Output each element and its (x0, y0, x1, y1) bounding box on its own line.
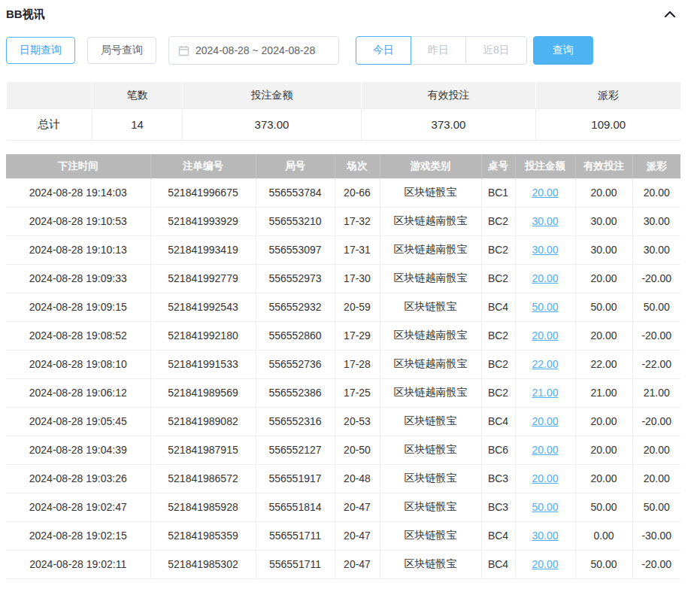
cell-table_no: BC3 (481, 464, 515, 493)
cell-game: 区块链骰宝 (380, 550, 481, 578)
cell-payout: -20.00 (632, 550, 680, 578)
table-row: 2024-08-28 19:09:33521841992779556552973… (6, 264, 680, 293)
cell-payout: -20.00 (632, 321, 680, 350)
cell-valid: 0.00 (575, 521, 632, 550)
cell-session: 17-29 (335, 321, 380, 350)
bet-amount-link[interactable]: 22.00 (532, 358, 558, 370)
cell-order_no: 521841993419 (150, 235, 256, 264)
collapse-button[interactable] (659, 5, 680, 24)
bet-amount-link[interactable]: 30.00 (532, 215, 558, 227)
table-row: 2024-08-28 19:03:26521841986572556551917… (6, 464, 680, 493)
table-row: 2024-08-28 19:02:15521841985359556551711… (6, 521, 680, 550)
cell-order_no: 521841985928 (150, 493, 256, 521)
cell-session: 20-48 (335, 464, 380, 493)
cell-table_no: BC6 (481, 436, 515, 464)
cell-bet: 50.00 (515, 493, 575, 521)
cell-game: 区块链骰宝 (380, 178, 481, 207)
cell-valid: 20.00 (575, 178, 632, 207)
filter-bar: 日期查询 局号查询 2024-08-28 ~ 2024-08-28 今日 昨日 … (6, 36, 680, 65)
bet-amount-link[interactable]: 20.00 (532, 472, 558, 484)
date-range-value: 2024-08-28 ~ 2024-08-28 (195, 44, 315, 56)
cell-round_no: 556553210 (256, 207, 335, 235)
cell-valid: 20.00 (575, 264, 632, 293)
cell-game: 区块链越南骰宝 (380, 321, 481, 350)
date-range-input[interactable]: 2024-08-28 ~ 2024-08-28 (168, 36, 339, 65)
quick-today-button[interactable]: 今日 (356, 36, 411, 65)
bet-amount-link[interactable]: 20.00 (532, 329, 558, 342)
bet-amount-link[interactable]: 20.00 (532, 558, 558, 570)
cell-game: 区块链骰宝 (380, 436, 481, 464)
cell-session: 20-59 (335, 293, 380, 321)
chevron-up-icon (664, 8, 676, 21)
cell-bet: 20.00 (515, 464, 575, 493)
cell-round_no: 556552127 (256, 436, 335, 464)
cell-time: 2024-08-28 19:02:15 (6, 521, 150, 550)
cell-bet: 30.00 (515, 207, 575, 235)
cell-payout: -20.00 (632, 264, 680, 293)
cell-round_no: 556551814 (256, 493, 335, 521)
bet-amount-link[interactable]: 50.00 (532, 501, 558, 513)
quick-yesterday-button[interactable]: 昨日 (411, 36, 466, 65)
cell-game: 区块链骰宝 (380, 293, 481, 321)
cell-game: 区块链越南骰宝 (380, 350, 481, 378)
bet-amount-link[interactable]: 20.00 (532, 272, 558, 284)
bet-amount-link[interactable]: 30.00 (532, 244, 558, 256)
cell-game: 区块链越南骰宝 (380, 207, 481, 235)
cell-time: 2024-08-28 19:04:39 (6, 436, 150, 464)
cell-bet: 20.00 (515, 407, 575, 436)
cell-session: 20-50 (335, 436, 380, 464)
cell-valid: 30.00 (575, 207, 632, 235)
round-query-button[interactable]: 局号查询 (87, 37, 156, 64)
cell-round_no: 556551711 (256, 521, 335, 550)
summary-col-header-2: 投注金额 (183, 82, 362, 109)
cell-table_no: BC2 (481, 378, 515, 407)
cell-round_no: 556552386 (256, 378, 335, 407)
cell-session: 17-25 (335, 378, 380, 407)
bet-amount-link[interactable]: 21.00 (532, 387, 558, 399)
cell-table_no: BC2 (481, 264, 515, 293)
cell-bet: 20.00 (515, 550, 575, 578)
cell-table_no: BC3 (481, 493, 515, 521)
cell-game: 区块链骰宝 (380, 521, 481, 550)
cell-bet: 20.00 (515, 178, 575, 207)
bet-amount-link[interactable]: 20.00 (532, 187, 558, 199)
bet-amount-link[interactable]: 50.00 (532, 301, 558, 313)
summary-header-row: 笔数投注金额有效投注派彩 (7, 82, 681, 109)
bet-amount-link[interactable]: 20.00 (532, 444, 558, 456)
bet-amount-link[interactable]: 30.00 (532, 530, 558, 542)
date-query-button[interactable]: 日期查询 (6, 37, 75, 64)
cell-bet: 30.00 (515, 521, 575, 550)
table-row: 2024-08-28 19:09:15521841992543556552932… (6, 293, 680, 321)
cell-bet: 20.00 (515, 321, 575, 350)
cell-session: 20-47 (335, 550, 380, 578)
cell-session: 17-32 (335, 207, 380, 235)
cell-round_no: 556551711 (256, 550, 335, 578)
summary-col-header-1: 笔数 (92, 82, 183, 109)
cell-session: 17-30 (335, 264, 380, 293)
cell-session: 17-28 (335, 350, 380, 378)
cell-game: 区块链骰宝 (380, 464, 481, 493)
cell-valid: 50.00 (575, 293, 632, 321)
cell-payout: 50.00 (632, 493, 680, 521)
bets-col-header-5: 桌号 (481, 154, 515, 178)
cell-payout: 20.00 (632, 464, 680, 493)
quick-range-group: 今日 昨日 近8日 (356, 36, 527, 65)
table-row: 2024-08-28 19:02:47521841985928556551814… (6, 493, 680, 521)
cell-payout: 30.00 (632, 207, 680, 235)
cell-bet: 20.00 (515, 436, 575, 464)
summary-value-2: 373.00 (183, 109, 362, 141)
cell-payout: 20.00 (632, 178, 680, 207)
quick-last8days-button[interactable]: 近8日 (465, 36, 527, 65)
cell-time: 2024-08-28 19:09:15 (6, 293, 150, 321)
cell-round_no: 556552736 (256, 350, 335, 378)
cell-time: 2024-08-28 19:03:26 (6, 464, 150, 493)
summary-col-header-3: 有效投注 (362, 82, 536, 109)
cell-order_no: 521841991533 (150, 350, 256, 378)
cell-time: 2024-08-28 19:05:45 (6, 407, 150, 436)
bet-amount-link[interactable]: 20.00 (532, 415, 558, 427)
cell-time: 2024-08-28 19:02:47 (6, 493, 150, 521)
cell-valid: 22.00 (575, 350, 632, 378)
cell-time: 2024-08-28 19:14:03 (6, 178, 150, 207)
bets-table: 下注时间注单编号局号场次游戏类别桌号投注金额有效投注派彩 2024-08-28 … (6, 154, 680, 579)
search-button[interactable]: 查询 (533, 36, 593, 65)
